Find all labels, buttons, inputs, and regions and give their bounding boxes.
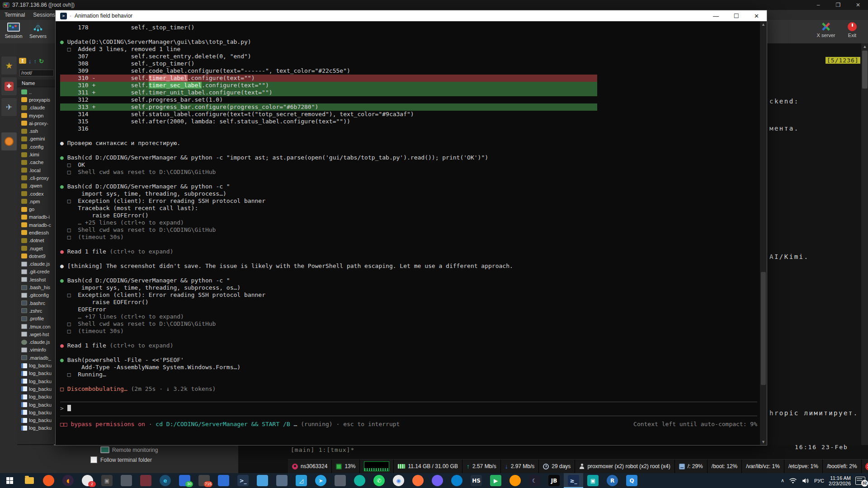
notification-center-icon[interactable]: 32 — [855, 477, 865, 485]
file-list-item[interactable]: dotnet9 — [17, 252, 56, 260]
download-icon[interactable]: ↓ — [28, 58, 32, 65]
jetbrains[interactable]: JB — [544, 473, 564, 488]
sftp-path-field[interactable]: /root/ — [19, 70, 54, 76]
rstudio[interactable]: R — [603, 473, 622, 488]
file-list-item[interactable]: mariadb-c — [17, 221, 56, 229]
scrollbar-thumb[interactable] — [761, 272, 766, 385]
terminal-window-titlebar[interactable]: > · Animation field behavior — ☐ ✕ — [56, 10, 767, 21]
app-hs[interactable]: HS — [467, 473, 486, 488]
background-terminal-scrollbar[interactable]: ▲ ▼ — [861, 43, 868, 457]
app-purple-circle[interactable] — [428, 473, 447, 488]
file-list-item[interactable]: endlessh — [17, 229, 56, 236]
follow-terminal-checkbox[interactable] — [90, 456, 97, 463]
brave-browser[interactable] — [39, 473, 58, 488]
file-list-item[interactable]: log_backu — [17, 370, 56, 377]
speaker-icon[interactable] — [802, 478, 810, 484]
servers-button[interactable]: Servers — [26, 21, 50, 39]
network-icon[interactable] — [789, 478, 797, 484]
powershell[interactable]: ≥_ — [564, 473, 583, 488]
edge-browser[interactable]: e — [156, 473, 175, 488]
file-list-item[interactable]: .nuget — [17, 244, 56, 252]
file-list-item[interactable]: log_backu — [17, 424, 56, 432]
remote-monitoring-button[interactable]: Remote monitoring — [100, 446, 158, 453]
file-list-item[interactable]: .local — [17, 166, 56, 174]
file-list-item[interactable]: .claude.js — [17, 338, 56, 346]
file-list-item[interactable]: .ssh — [17, 127, 56, 135]
app-slate[interactable] — [330, 473, 350, 488]
window-maximize-button[interactable]: ☐ — [726, 10, 746, 21]
language-indicator[interactable]: РУС — [814, 478, 824, 483]
follow-terminal-checkbox-row[interactable]: Follow terminal folder — [90, 456, 152, 463]
app-gray[interactable] — [117, 473, 136, 488]
terminal-window-scrollbar[interactable]: ▲ ▼ — [760, 21, 767, 445]
file-list-item[interactable]: .lesshst — [17, 276, 56, 283]
menu-terminal[interactable]: Terminal — [5, 12, 25, 18]
moba-minimize-button[interactable]: – — [808, 0, 828, 10]
firefox-3[interactable] — [505, 473, 525, 488]
app-blue[interactable] — [214, 473, 233, 488]
moba-close-button[interactable]: ✕ — [848, 0, 868, 10]
file-list-item[interactable]: .qwen — [17, 182, 56, 190]
file-list-item[interactable]: .git-crede — [17, 268, 56, 276]
camera-teal[interactable]: ▣ — [583, 473, 603, 488]
telegram[interactable]: ➤ — [311, 473, 330, 488]
tab-tools[interactable]: ✚ — [1, 77, 17, 96]
scroll-up-icon[interactable]: ▲ — [760, 22, 767, 27]
column-header-name[interactable]: Name — [17, 80, 56, 87]
tab-sessions-plane[interactable]: ✈ — [1, 98, 17, 117]
file-list-item[interactable]: log_backu — [17, 361, 56, 369]
app-blue-circle[interactable] — [447, 473, 467, 488]
file-list-item[interactable]: log_backu — [17, 393, 56, 401]
app-lightblue[interactable] — [253, 473, 272, 488]
start-button[interactable] — [0, 473, 19, 488]
file-list-item[interactable]: .codex — [17, 190, 56, 197]
file-list-item[interactable]: .gemini — [17, 135, 56, 143]
file-list-item[interactable]: .cli-proxy — [17, 174, 56, 182]
app-badge-715[interactable]: 715 — [194, 473, 214, 488]
menu-sessions[interactable]: Sessions — [33, 12, 55, 18]
window-close-button[interactable]: ✕ — [746, 10, 767, 21]
vscode[interactable]: ◿ — [292, 473, 311, 488]
file-list-item[interactable]: .gitconfig — [17, 291, 56, 299]
file-list-item[interactable]: log_backu — [17, 385, 56, 393]
upload-icon[interactable]: ↑ — [34, 58, 37, 65]
file-list-item[interactable]: .mariadb_ — [17, 354, 56, 361]
file-list-item[interactable]: .dotnet — [17, 237, 56, 244]
file-list-item[interactable]: log_backu — [17, 377, 56, 385]
file-list-item[interactable]: go — [17, 205, 56, 213]
quick-assist[interactable]: Q — [622, 473, 642, 488]
file-list-item[interactable]: .bash_his — [17, 283, 56, 291]
file-explorer[interactable] — [19, 473, 39, 488]
file-list-item[interactable]: .profile — [17, 315, 56, 323]
app-camera-dark[interactable]: ▣ — [97, 473, 117, 488]
scroll-down-icon[interactable]: ▼ — [760, 440, 767, 444]
file-list-item[interactable]: log_backu — [17, 401, 56, 408]
app-moon[interactable]: ☾ — [525, 473, 544, 488]
status-close-button[interactable]: ✕ — [862, 460, 868, 473]
app-steel[interactable] — [272, 473, 292, 488]
scroll-up-icon[interactable]: ▲ — [861, 44, 868, 49]
terminal-app[interactable]: >_ — [233, 473, 253, 488]
file-list-item[interactable]: .zshrc — [17, 307, 56, 314]
app-badge-30[interactable]: 30 — [175, 473, 194, 488]
file-list-item[interactable]: ai-proxy- — [17, 119, 56, 127]
app-teal-circle[interactable] — [350, 473, 369, 488]
moba-maximize-button[interactable]: ❐ — [828, 0, 848, 10]
file-list-item[interactable]: mariadb-i — [17, 213, 56, 221]
file-list-item[interactable]: .kimi — [17, 150, 56, 158]
prompt-input-box[interactable]: > — [60, 402, 757, 416]
file-list-item[interactable]: .viminfo — [17, 346, 56, 354]
file-list-item[interactable]: .npm — [17, 197, 56, 205]
chrome[interactable]: ◉ — [389, 473, 408, 488]
exit-button[interactable]: Exit — [839, 21, 865, 38]
file-list-item[interactable]: proxyapis — [17, 96, 56, 103]
tray-clock[interactable]: 11:16 AM 2/23/2026 — [829, 475, 851, 486]
scrollbar-thumb[interactable] — [862, 51, 868, 89]
firefox-2[interactable] — [408, 473, 428, 488]
file-list-item[interactable]: log_backu — [17, 416, 56, 424]
session-button[interactable]: Session — [2, 21, 25, 39]
tab-favorites[interactable]: ★ — [1, 56, 17, 75]
file-list-item[interactable]: .. — [17, 88, 56, 96]
file-list-item[interactable]: .tmux.con — [17, 323, 56, 330]
file-list-item[interactable]: log_backu — [17, 408, 56, 416]
